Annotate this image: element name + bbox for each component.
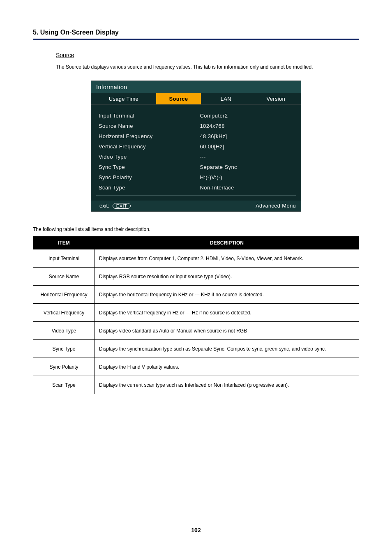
header-divider	[33, 39, 359, 40]
osd-value: Computer2	[200, 113, 293, 119]
cell-desc: Displays the H and V polarity values.	[95, 358, 359, 376]
osd-row: Sync Polarity H:(-)V:(-)	[99, 172, 293, 182]
cell-item: Vertical Frequency	[33, 304, 95, 322]
tab-usage-time[interactable]: Usage Time	[91, 93, 156, 104]
osd-row: Input Terminal Computer2	[99, 111, 293, 121]
exit-pill: EXIT	[113, 203, 131, 209]
cell-item: Input Terminal	[33, 249, 95, 268]
osd-label: Sync Type	[99, 164, 200, 170]
osd-row: Scan Type Non-Interlace	[99, 182, 293, 193]
table-row: Horizontal Frequency Displays the horizo…	[33, 286, 359, 304]
source-description: The Source tab displays various source a…	[56, 64, 359, 70]
osd-tab-bar: Usage Time Source LAN Version	[91, 93, 301, 105]
osd-value: 60.00[Hz]	[200, 143, 293, 150]
cell-item: Sync Polarity	[33, 358, 95, 376]
table-row: Video Type Displays video standard as Au…	[33, 322, 359, 340]
cell-desc: Displays the horizontal frequency in KHz…	[95, 286, 359, 304]
source-heading: Source	[56, 52, 74, 59]
osd-value: Separate Sync	[200, 164, 293, 170]
col-desc: DESCRIPTION	[95, 237, 359, 249]
osd-label: Horizontal Frequency	[99, 133, 200, 139]
exit-label: exit:	[99, 203, 109, 209]
osd-value: H:(-)V:(-)	[200, 174, 293, 180]
col-item: ITEM	[33, 237, 95, 249]
cell-item: Sync Type	[33, 340, 95, 358]
osd-title: Information	[91, 81, 301, 93]
table-row: Vertical Frequency Displays the vertical…	[33, 304, 359, 322]
osd-value: 1024x768	[200, 123, 293, 129]
description-table: ITEM DESCRIPTION Input Terminal Displays…	[33, 236, 359, 394]
table-row: Source Name Displays RGB source resoluti…	[33, 268, 359, 286]
osd-row: Horizontal Frequency 48.36[kHz]	[99, 131, 293, 141]
tab-version[interactable]: Version	[251, 93, 301, 104]
cell-desc: Displays the synchronization type such a…	[95, 340, 359, 358]
table-row: Input Terminal Displays sources from Com…	[33, 249, 359, 268]
cell-item: Video Type	[33, 322, 95, 340]
osd-row: Vertical Frequency 60.00[Hz]	[99, 141, 293, 152]
osd-label: Sync Polarity	[99, 174, 200, 180]
osd-label: Vertical Frequency	[99, 143, 200, 150]
osd-label: Video Type	[99, 154, 200, 160]
table-row: Sync Type Displays the synchronization t…	[33, 340, 359, 358]
cell-item: Scan Type	[33, 376, 95, 394]
advanced-menu-label: Advanced Menu	[256, 203, 296, 209]
osd-panel: Information Usage Time Source LAN Versio…	[91, 81, 301, 212]
osd-value: 48.36[kHz]	[200, 133, 293, 139]
section-title: 5. Using On-Screen Display	[33, 29, 359, 39]
cell-desc: Displays video standard as Auto or Manua…	[95, 322, 359, 340]
osd-footer: exit: EXIT Advanced Menu	[91, 201, 301, 211]
osd-separator	[96, 195, 296, 196]
page-number: 102	[0, 527, 392, 533]
cell-item: Horizontal Frequency	[33, 286, 95, 304]
osd-row: Video Type ---	[99, 152, 293, 162]
cell-desc: Displays RGB source resolution or input …	[95, 268, 359, 286]
osd-exit[interactable]: exit: EXIT	[99, 203, 131, 209]
cell-desc: Displays the current scan type such as I…	[95, 376, 359, 394]
tab-source[interactable]: Source	[156, 93, 201, 104]
cell-desc: Displays the vertical frequency in Hz or…	[95, 304, 359, 322]
osd-label: Scan Type	[99, 185, 200, 191]
osd-label: Input Terminal	[99, 113, 200, 119]
osd-value: Non-Interlace	[200, 185, 293, 191]
cell-item: Source Name	[33, 268, 95, 286]
tab-lan[interactable]: LAN	[201, 93, 251, 104]
osd-row: Source Name 1024x768	[99, 121, 293, 131]
table-header-row: ITEM DESCRIPTION	[33, 237, 359, 249]
osd-body: Input Terminal Computer2 Source Name 102…	[91, 105, 301, 201]
table-intro: The following table lists all items and …	[33, 226, 359, 232]
cell-desc: Displays sources from Computer 1, Comput…	[95, 249, 359, 268]
osd-label: Source Name	[99, 123, 200, 129]
osd-value: ---	[200, 154, 293, 160]
table-row: Scan Type Displays the current scan type…	[33, 376, 359, 394]
table-row: Sync Polarity Displays the H and V polar…	[33, 358, 359, 376]
osd-row: Sync Type Separate Sync	[99, 162, 293, 172]
